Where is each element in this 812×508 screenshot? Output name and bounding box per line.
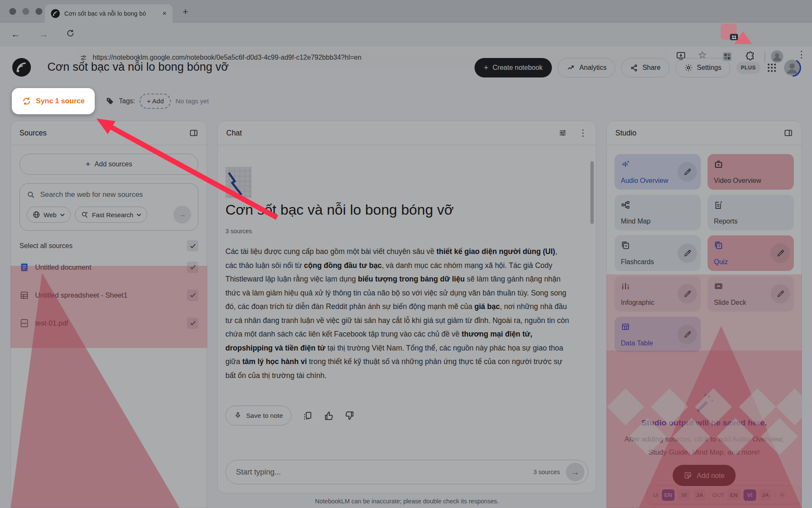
forward-button[interactable]: → bbox=[39, 29, 48, 40]
chat-more-icon[interactable]: ⋮ bbox=[579, 128, 587, 138]
source-row[interactable]: Untitled spreadsheet - Sheet1 bbox=[11, 281, 207, 309]
gear-icon bbox=[684, 64, 693, 72]
card-label: Reports bbox=[714, 218, 738, 225]
svg-text:?: ? bbox=[718, 244, 720, 248]
source-row[interactable]: PDF test-01.pdf bbox=[11, 309, 207, 337]
thumbs-up-icon[interactable] bbox=[324, 411, 334, 421]
thumbs-down-icon[interactable] bbox=[345, 411, 355, 421]
infographic-card[interactable]: Infographic bbox=[614, 276, 701, 312]
out-lang-vi[interactable]: VI bbox=[743, 489, 756, 501]
out-lang-en[interactable]: EN bbox=[727, 489, 741, 501]
edit-slide-deck-button[interactable] bbox=[771, 284, 790, 304]
edit-quiz-button[interactable] bbox=[771, 243, 790, 263]
select-all-checkbox[interactable] bbox=[187, 240, 198, 251]
copy-icon[interactable] bbox=[302, 411, 313, 421]
send-button[interactable]: → bbox=[566, 463, 584, 481]
window-controls[interactable] bbox=[9, 8, 42, 15]
edit-infographic-button[interactable] bbox=[678, 284, 697, 304]
source-checkbox[interactable] bbox=[187, 318, 198, 329]
sync-icon bbox=[22, 97, 31, 106]
add-sources-button[interactable]: + Add sources bbox=[19, 154, 198, 175]
pencil-icon bbox=[776, 249, 785, 258]
data-table-icon bbox=[621, 322, 630, 331]
card-label: Audio Overview bbox=[621, 177, 668, 185]
research-mode-dropdown[interactable]: Fast Research bbox=[75, 207, 148, 223]
collapse-panel-icon[interactable] bbox=[189, 128, 198, 138]
plus-plan-badge: PLUS bbox=[736, 62, 760, 74]
notebook-title[interactable]: Cơn sốt bạc và nỗi lo bong bóng vỡ bbox=[47, 61, 229, 74]
chat-scrollbar[interactable] bbox=[590, 161, 594, 224]
reload-button[interactable] bbox=[66, 29, 75, 38]
source-checkbox[interactable] bbox=[187, 262, 198, 273]
video-overview-card[interactable]: Video Overview bbox=[708, 154, 794, 190]
chart-thumbnail-image bbox=[225, 167, 252, 198]
edit-audio-button[interactable] bbox=[678, 162, 697, 182]
notebooklm-logo[interactable] bbox=[12, 58, 31, 77]
ui-lang-vi[interactable]: VI bbox=[678, 489, 690, 501]
studio-empty-line2: Study Guide, Mind Map, and more! bbox=[607, 446, 801, 459]
browser-tab[interactable]: Cơn sốt bạc và nỗi lo bong bó × bbox=[45, 4, 173, 23]
note-sources-count: 3 sources bbox=[225, 228, 252, 235]
magic-wand-icon bbox=[694, 392, 714, 413]
new-tab-button[interactable]: + bbox=[183, 6, 188, 17]
chevron-down-icon bbox=[60, 213, 65, 216]
flashcards-card[interactable]: Flashcards bbox=[614, 235, 701, 271]
web-search-input[interactable]: Search the web for new sources bbox=[40, 190, 143, 199]
web-source-dropdown[interactable]: Web bbox=[27, 207, 71, 223]
analytics-button[interactable]: Analytics bbox=[558, 58, 615, 77]
sources-panel: Sources + Add sources Search the web for… bbox=[11, 121, 207, 508]
share-label: Share bbox=[642, 64, 661, 72]
settings-button[interactable]: Settings bbox=[675, 58, 730, 77]
card-label: Quiz bbox=[714, 258, 728, 266]
apps-grid-icon[interactable] bbox=[766, 62, 777, 73]
edit-flashcards-button[interactable] bbox=[678, 243, 697, 263]
pencil-icon bbox=[776, 290, 785, 298]
data-table-card[interactable]: Data Table bbox=[614, 317, 701, 352]
save-to-note-button[interactable]: Save to note bbox=[225, 406, 291, 425]
add-note-label: Add note bbox=[697, 472, 724, 480]
chat-panel-title: Chat bbox=[226, 129, 558, 138]
edit-data-table-button[interactable] bbox=[678, 325, 697, 344]
analytics-label: Analytics bbox=[579, 64, 606, 72]
back-button[interactable]: ← bbox=[11, 29, 20, 40]
sync-source-button[interactable]: Sync 1 source bbox=[12, 88, 95, 114]
out-lang-ja[interactable]: JA bbox=[759, 489, 772, 501]
tag-icon bbox=[106, 97, 114, 105]
studio-panel-title: Studio bbox=[615, 129, 784, 138]
card-label: Video Overview bbox=[714, 177, 761, 185]
mind-map-card[interactable]: Mind Map bbox=[614, 195, 701, 230]
account-avatar[interactable] bbox=[783, 59, 801, 77]
add-note-button[interactable]: Add note bbox=[672, 465, 735, 486]
create-notebook-button[interactable]: + Create notebook bbox=[475, 58, 552, 77]
ui-language-label: UI bbox=[653, 492, 659, 498]
reports-card[interactable]: Reports bbox=[708, 195, 794, 230]
extension-badge: 11 bbox=[730, 34, 738, 40]
web-chip-label: Web bbox=[44, 211, 57, 218]
tab-close-icon[interactable]: × bbox=[162, 9, 167, 18]
slide-deck-card[interactable]: Slide Deck bbox=[708, 276, 794, 312]
pencil-icon bbox=[683, 290, 692, 298]
divider bbox=[775, 490, 775, 500]
source-name: test-01.pdf bbox=[35, 319, 181, 327]
notebooklm-logo-icon bbox=[12, 58, 31, 77]
search-submit-button[interactable]: → bbox=[173, 206, 191, 224]
pdf-icon: PDF bbox=[19, 318, 29, 328]
audio-overview-card[interactable]: Audio Overview bbox=[614, 154, 701, 190]
source-checkbox[interactable] bbox=[187, 290, 198, 301]
chat-panel: Chat ⋮ Cơn sốt bạc và nỗi lo bong bóng v… bbox=[217, 121, 596, 493]
card-label: Data Table bbox=[621, 340, 653, 347]
source-row[interactable]: Untitled document bbox=[11, 253, 207, 281]
chat-input[interactable] bbox=[235, 467, 527, 477]
add-tag-button[interactable]: + Add bbox=[140, 94, 171, 109]
select-all-label: Select all sources bbox=[19, 242, 187, 250]
browser-tabstrip: Cơn sốt bạc và nỗi lo bong bó × + bbox=[0, 0, 812, 23]
quiz-card[interactable]: ? Quiz bbox=[708, 235, 794, 271]
source-name: Untitled spreadsheet - Sheet1 bbox=[35, 291, 181, 299]
chat-settings-icon[interactable] bbox=[558, 128, 568, 138]
collapse-panel-icon[interactable] bbox=[784, 128, 793, 138]
ui-lang-en[interactable]: EN bbox=[662, 489, 675, 501]
create-notebook-label: Create notebook bbox=[493, 64, 543, 72]
ui-lang-ja[interactable]: JA bbox=[693, 489, 706, 501]
share-button[interactable]: Share bbox=[621, 58, 669, 77]
translator-gear-icon[interactable] bbox=[778, 491, 786, 499]
